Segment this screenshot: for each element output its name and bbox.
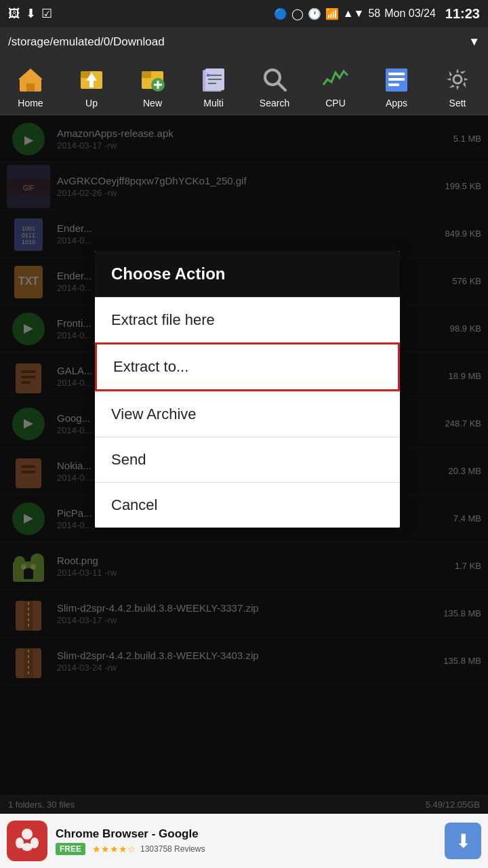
toolbar-multi[interactable]: Multi xyxy=(183,64,244,108)
svg-rect-2 xyxy=(26,83,35,92)
signal-icon: ◯ xyxy=(291,7,304,20)
check-icon: ☑ xyxy=(41,6,52,21)
ad-title: Chrome Browser - Google xyxy=(56,827,436,841)
current-path: /storage/emulated/0/Download xyxy=(8,35,165,49)
toolbar-home[interactable]: Home xyxy=(0,64,61,108)
search-icon xyxy=(259,64,290,95)
status-bar: 🖼 ⬇ ☑ 🔵 ◯ 🕐 📶 ▲▼ 58 Mon 03/24 11:23 xyxy=(0,0,488,27)
extract-to-option[interactable]: Extract to... xyxy=(95,342,400,391)
context-menu-title: Choose Action xyxy=(95,251,400,297)
path-bar: /storage/emulated/0/Download ▼ xyxy=(0,27,488,57)
download-arrow-icon: ⬇ xyxy=(455,830,471,852)
toolbar-cpu-label: CPU xyxy=(325,98,346,108)
svg-rect-22 xyxy=(388,78,405,81)
context-menu: Choose Action Extract file here Extract … xyxy=(95,251,400,528)
toolbar-up[interactable]: Up xyxy=(61,64,122,108)
toolbar-new[interactable]: New xyxy=(122,64,183,108)
toolbar-apps-label: Apps xyxy=(386,98,407,108)
ad-free-badge: FREE xyxy=(56,843,85,855)
toolbar-cpu[interactable]: CPU xyxy=(305,64,366,108)
download-icon: ⬇ xyxy=(26,6,36,21)
toolbar-settings-label: Sett xyxy=(449,98,466,108)
view-archive-option[interactable]: View Archive xyxy=(95,391,400,437)
toolbar: Home Up New Multi Search CPU Apps xyxy=(0,57,488,115)
ad-app-icon xyxy=(7,821,47,861)
svg-point-62 xyxy=(22,829,33,840)
up-icon xyxy=(76,64,107,95)
network-icon: ▲▼ xyxy=(343,7,365,20)
toolbar-search-label: Search xyxy=(260,98,289,108)
toolbar-settings[interactable]: Sett xyxy=(427,64,488,108)
svg-marker-1 xyxy=(18,68,43,79)
ad-stars: ★★★★☆ xyxy=(92,844,136,854)
svg-rect-21 xyxy=(388,73,405,75)
svg-rect-23 xyxy=(388,83,399,86)
status-date: Mon 03/24 xyxy=(384,7,436,20)
home-icon xyxy=(15,64,46,95)
svg-point-65 xyxy=(22,843,33,851)
settings-icon xyxy=(442,64,473,95)
path-dropdown-arrow[interactable]: ▼ xyxy=(468,35,480,49)
ad-reviews: 1303758 Reviews xyxy=(140,844,205,854)
clock-icon: 🕐 xyxy=(308,7,321,20)
toolbar-home-label: Home xyxy=(18,98,43,108)
status-time: 11:23 xyxy=(445,6,480,22)
send-option[interactable]: Send xyxy=(95,437,400,482)
ad-download-button[interactable]: ⬇ xyxy=(445,823,481,859)
wifi-icon: 📶 xyxy=(325,7,339,20)
ad-bar: Chrome Browser - Google FREE ★★★★☆ 13037… xyxy=(0,814,488,868)
bluetooth-icon: 🔵 xyxy=(274,7,287,20)
new-icon xyxy=(137,64,168,95)
apps-icon xyxy=(381,64,412,95)
toolbar-apps[interactable]: Apps xyxy=(366,64,427,108)
multi-icon xyxy=(198,64,229,95)
svg-point-24 xyxy=(453,75,462,83)
svg-rect-17 xyxy=(207,74,209,77)
extract-here-option[interactable]: Extract file here xyxy=(95,297,400,342)
status-left-icons: 🖼 ⬇ ☑ xyxy=(8,6,52,21)
ad-info: Chrome Browser - Google FREE ★★★★☆ 13037… xyxy=(56,827,436,855)
toolbar-multi-label: Multi xyxy=(203,98,224,108)
cpu-icon xyxy=(320,64,351,95)
toolbar-up-label: Up xyxy=(85,98,98,108)
gallery-icon: 🖼 xyxy=(8,7,20,21)
svg-line-19 xyxy=(278,83,285,90)
battery-level: 58 xyxy=(368,7,380,20)
toolbar-search[interactable]: Search xyxy=(244,64,305,108)
svg-rect-6 xyxy=(89,81,94,87)
toolbar-new-label: New xyxy=(143,98,162,108)
status-right-icons: 🔵 ◯ 🕐 📶 ▲▼ 58 Mon 03/24 11:23 xyxy=(274,6,480,22)
svg-rect-8 xyxy=(142,71,151,78)
cancel-option[interactable]: Cancel xyxy=(95,482,400,528)
